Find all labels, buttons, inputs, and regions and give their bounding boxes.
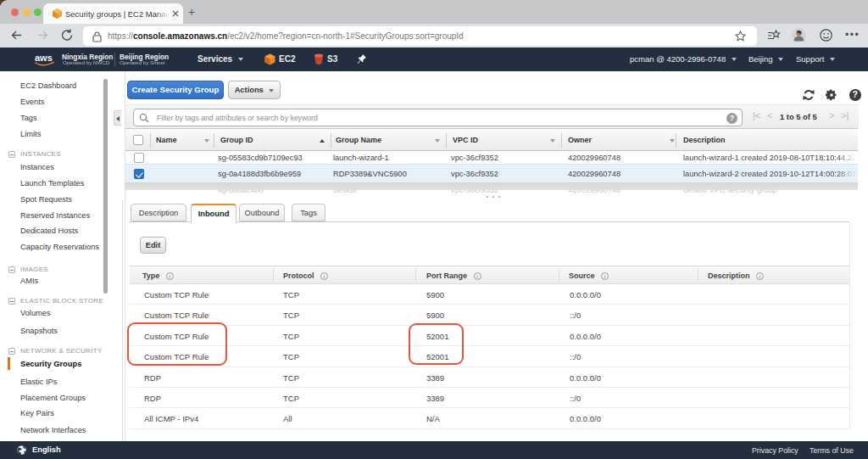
svg-text:aws: aws [35, 53, 53, 63]
